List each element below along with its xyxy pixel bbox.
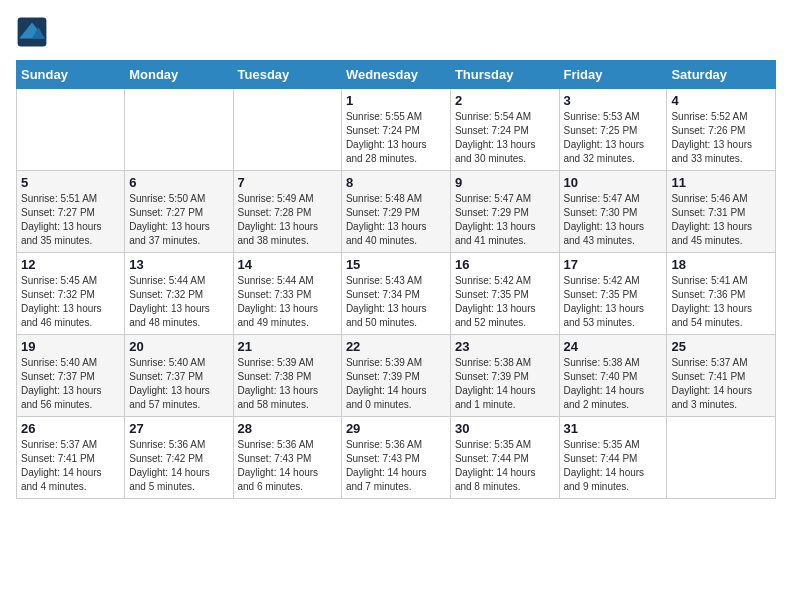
- day-info: Sunrise: 5:42 AM Sunset: 7:35 PM Dayligh…: [455, 274, 555, 330]
- calendar-cell: 21Sunrise: 5:39 AM Sunset: 7:38 PM Dayli…: [233, 335, 341, 417]
- day-number: 13: [129, 257, 228, 272]
- day-info: Sunrise: 5:44 AM Sunset: 7:32 PM Dayligh…: [129, 274, 228, 330]
- calendar-cell: 23Sunrise: 5:38 AM Sunset: 7:39 PM Dayli…: [450, 335, 559, 417]
- day-number: 31: [564, 421, 663, 436]
- calendar-cell: 9Sunrise: 5:47 AM Sunset: 7:29 PM Daylig…: [450, 171, 559, 253]
- day-number: 7: [238, 175, 337, 190]
- calendar-cell: 2Sunrise: 5:54 AM Sunset: 7:24 PM Daylig…: [450, 89, 559, 171]
- day-info: Sunrise: 5:53 AM Sunset: 7:25 PM Dayligh…: [564, 110, 663, 166]
- day-info: Sunrise: 5:47 AM Sunset: 7:29 PM Dayligh…: [455, 192, 555, 248]
- weekday-wednesday: Wednesday: [341, 61, 450, 89]
- day-number: 11: [671, 175, 771, 190]
- day-info: Sunrise: 5:36 AM Sunset: 7:42 PM Dayligh…: [129, 438, 228, 494]
- calendar-cell: 25Sunrise: 5:37 AM Sunset: 7:41 PM Dayli…: [667, 335, 776, 417]
- calendar-cell: 16Sunrise: 5:42 AM Sunset: 7:35 PM Dayli…: [450, 253, 559, 335]
- calendar-cell: 31Sunrise: 5:35 AM Sunset: 7:44 PM Dayli…: [559, 417, 667, 499]
- day-info: Sunrise: 5:49 AM Sunset: 7:28 PM Dayligh…: [238, 192, 337, 248]
- day-number: 25: [671, 339, 771, 354]
- day-number: 18: [671, 257, 771, 272]
- day-info: Sunrise: 5:54 AM Sunset: 7:24 PM Dayligh…: [455, 110, 555, 166]
- calendar-cell: 19Sunrise: 5:40 AM Sunset: 7:37 PM Dayli…: [17, 335, 125, 417]
- day-info: Sunrise: 5:36 AM Sunset: 7:43 PM Dayligh…: [238, 438, 337, 494]
- weekday-friday: Friday: [559, 61, 667, 89]
- calendar-week-4: 19Sunrise: 5:40 AM Sunset: 7:37 PM Dayli…: [17, 335, 776, 417]
- day-info: Sunrise: 5:43 AM Sunset: 7:34 PM Dayligh…: [346, 274, 446, 330]
- calendar-cell: 4Sunrise: 5:52 AM Sunset: 7:26 PM Daylig…: [667, 89, 776, 171]
- calendar-header: SundayMondayTuesdayWednesdayThursdayFrid…: [17, 61, 776, 89]
- calendar-cell: 27Sunrise: 5:36 AM Sunset: 7:42 PM Dayli…: [125, 417, 233, 499]
- calendar-cell: 7Sunrise: 5:49 AM Sunset: 7:28 PM Daylig…: [233, 171, 341, 253]
- day-number: 16: [455, 257, 555, 272]
- day-number: 8: [346, 175, 446, 190]
- calendar-cell: 22Sunrise: 5:39 AM Sunset: 7:39 PM Dayli…: [341, 335, 450, 417]
- day-info: Sunrise: 5:42 AM Sunset: 7:35 PM Dayligh…: [564, 274, 663, 330]
- calendar-cell: [17, 89, 125, 171]
- calendar-cell: 20Sunrise: 5:40 AM Sunset: 7:37 PM Dayli…: [125, 335, 233, 417]
- calendar-body: 1Sunrise: 5:55 AM Sunset: 7:24 PM Daylig…: [17, 89, 776, 499]
- calendar-cell: [233, 89, 341, 171]
- calendar-cell: 10Sunrise: 5:47 AM Sunset: 7:30 PM Dayli…: [559, 171, 667, 253]
- day-info: Sunrise: 5:51 AM Sunset: 7:27 PM Dayligh…: [21, 192, 120, 248]
- page-header: [16, 16, 776, 48]
- day-number: 14: [238, 257, 337, 272]
- calendar-cell: 14Sunrise: 5:44 AM Sunset: 7:33 PM Dayli…: [233, 253, 341, 335]
- calendar-cell: 6Sunrise: 5:50 AM Sunset: 7:27 PM Daylig…: [125, 171, 233, 253]
- day-number: 4: [671, 93, 771, 108]
- day-number: 24: [564, 339, 663, 354]
- day-number: 17: [564, 257, 663, 272]
- day-number: 26: [21, 421, 120, 436]
- day-info: Sunrise: 5:39 AM Sunset: 7:38 PM Dayligh…: [238, 356, 337, 412]
- day-info: Sunrise: 5:39 AM Sunset: 7:39 PM Dayligh…: [346, 356, 446, 412]
- calendar-cell: 8Sunrise: 5:48 AM Sunset: 7:29 PM Daylig…: [341, 171, 450, 253]
- weekday-tuesday: Tuesday: [233, 61, 341, 89]
- day-info: Sunrise: 5:40 AM Sunset: 7:37 PM Dayligh…: [21, 356, 120, 412]
- calendar-cell: 29Sunrise: 5:36 AM Sunset: 7:43 PM Dayli…: [341, 417, 450, 499]
- day-info: Sunrise: 5:48 AM Sunset: 7:29 PM Dayligh…: [346, 192, 446, 248]
- day-number: 2: [455, 93, 555, 108]
- weekday-monday: Monday: [125, 61, 233, 89]
- day-info: Sunrise: 5:44 AM Sunset: 7:33 PM Dayligh…: [238, 274, 337, 330]
- day-number: 20: [129, 339, 228, 354]
- day-info: Sunrise: 5:41 AM Sunset: 7:36 PM Dayligh…: [671, 274, 771, 330]
- day-number: 10: [564, 175, 663, 190]
- day-info: Sunrise: 5:38 AM Sunset: 7:39 PM Dayligh…: [455, 356, 555, 412]
- day-number: 1: [346, 93, 446, 108]
- calendar-week-3: 12Sunrise: 5:45 AM Sunset: 7:32 PM Dayli…: [17, 253, 776, 335]
- calendar-cell: 26Sunrise: 5:37 AM Sunset: 7:41 PM Dayli…: [17, 417, 125, 499]
- weekday-thursday: Thursday: [450, 61, 559, 89]
- calendar-cell: [667, 417, 776, 499]
- day-number: 30: [455, 421, 555, 436]
- weekday-saturday: Saturday: [667, 61, 776, 89]
- day-info: Sunrise: 5:52 AM Sunset: 7:26 PM Dayligh…: [671, 110, 771, 166]
- calendar-week-1: 1Sunrise: 5:55 AM Sunset: 7:24 PM Daylig…: [17, 89, 776, 171]
- calendar-cell: 24Sunrise: 5:38 AM Sunset: 7:40 PM Dayli…: [559, 335, 667, 417]
- calendar-cell: 5Sunrise: 5:51 AM Sunset: 7:27 PM Daylig…: [17, 171, 125, 253]
- day-info: Sunrise: 5:35 AM Sunset: 7:44 PM Dayligh…: [564, 438, 663, 494]
- day-info: Sunrise: 5:45 AM Sunset: 7:32 PM Dayligh…: [21, 274, 120, 330]
- logo: [16, 16, 52, 48]
- day-number: 6: [129, 175, 228, 190]
- calendar-cell: 1Sunrise: 5:55 AM Sunset: 7:24 PM Daylig…: [341, 89, 450, 171]
- day-number: 12: [21, 257, 120, 272]
- calendar-cell: [125, 89, 233, 171]
- day-number: 27: [129, 421, 228, 436]
- calendar-week-2: 5Sunrise: 5:51 AM Sunset: 7:27 PM Daylig…: [17, 171, 776, 253]
- day-info: Sunrise: 5:38 AM Sunset: 7:40 PM Dayligh…: [564, 356, 663, 412]
- calendar-table: SundayMondayTuesdayWednesdayThursdayFrid…: [16, 60, 776, 499]
- day-info: Sunrise: 5:37 AM Sunset: 7:41 PM Dayligh…: [21, 438, 120, 494]
- day-number: 29: [346, 421, 446, 436]
- logo-icon: [16, 16, 48, 48]
- day-number: 22: [346, 339, 446, 354]
- calendar-cell: 30Sunrise: 5:35 AM Sunset: 7:44 PM Dayli…: [450, 417, 559, 499]
- calendar-cell: 13Sunrise: 5:44 AM Sunset: 7:32 PM Dayli…: [125, 253, 233, 335]
- calendar-cell: 17Sunrise: 5:42 AM Sunset: 7:35 PM Dayli…: [559, 253, 667, 335]
- day-info: Sunrise: 5:46 AM Sunset: 7:31 PM Dayligh…: [671, 192, 771, 248]
- day-number: 3: [564, 93, 663, 108]
- day-number: 21: [238, 339, 337, 354]
- calendar-cell: 28Sunrise: 5:36 AM Sunset: 7:43 PM Dayli…: [233, 417, 341, 499]
- day-info: Sunrise: 5:47 AM Sunset: 7:30 PM Dayligh…: [564, 192, 663, 248]
- day-info: Sunrise: 5:37 AM Sunset: 7:41 PM Dayligh…: [671, 356, 771, 412]
- calendar-cell: 18Sunrise: 5:41 AM Sunset: 7:36 PM Dayli…: [667, 253, 776, 335]
- day-number: 23: [455, 339, 555, 354]
- calendar-cell: 3Sunrise: 5:53 AM Sunset: 7:25 PM Daylig…: [559, 89, 667, 171]
